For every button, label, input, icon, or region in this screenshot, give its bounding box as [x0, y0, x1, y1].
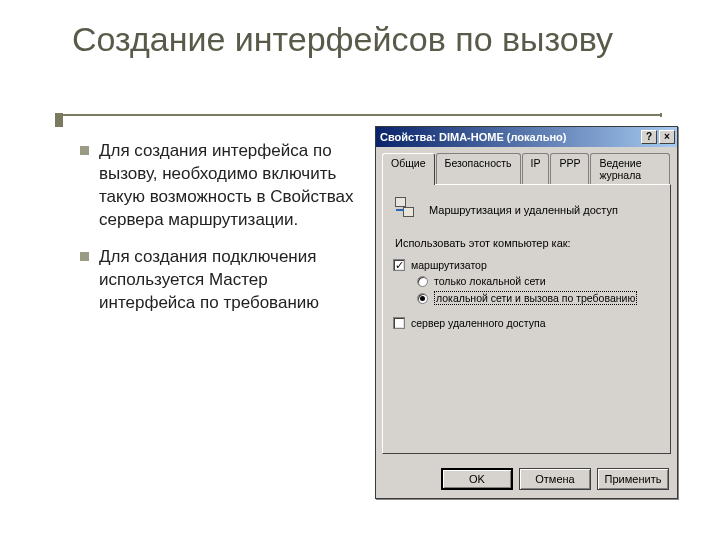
dialog-titlebar[interactable]: Свойства: DIMA-HOME (локально) ? ×	[376, 127, 677, 147]
router-checkbox-label: маршрутизатор	[411, 259, 487, 271]
radio-lan-only-label: только локальной сети	[434, 275, 546, 287]
tab-ip[interactable]: IP	[522, 153, 550, 184]
tab-ppp[interactable]: PPP	[550, 153, 589, 184]
bullet-item: Для создания интерфейса по вызову, необх…	[80, 140, 360, 232]
radio-lan-dial-row: локальной сети и вызова по требованию	[417, 291, 660, 305]
dialog-buttons: OK Отмена Применить	[376, 460, 677, 498]
radio-lan-dial[interactable]	[417, 293, 428, 304]
apply-button[interactable]: Применить	[597, 468, 669, 490]
help-button[interactable]: ?	[641, 130, 657, 144]
router-checkbox-row: ✓ маршрутизатор	[393, 259, 660, 271]
routing-icon	[393, 197, 419, 223]
router-checkbox[interactable]: ✓	[393, 259, 405, 271]
remote-access-checkbox[interactable]	[393, 317, 405, 329]
use-as-label: Использовать этот компьютер как:	[395, 237, 660, 249]
radio-lan-only-row: только локальной сети	[417, 275, 660, 287]
radio-lan-only[interactable]	[417, 276, 428, 287]
panel-title: Маршрутизация и удаленный доступ	[429, 204, 618, 216]
bullet-text: Для создания подключения используется Ма…	[99, 246, 360, 315]
ok-button[interactable]: OK	[441, 468, 513, 490]
decor-underline	[55, 114, 660, 116]
cancel-button[interactable]: Отмена	[519, 468, 591, 490]
bullet-icon	[80, 146, 89, 155]
tab-panel-general: Маршрутизация и удаленный доступ Использ…	[382, 184, 671, 454]
close-button[interactable]: ×	[659, 130, 675, 144]
dialog-title: Свойства: DIMA-HOME (локально)	[380, 131, 639, 143]
panel-header: Маршрутизация и удаленный доступ	[393, 197, 660, 223]
remote-access-label: сервер удаленного доступа	[411, 317, 546, 329]
properties-dialog: Свойства: DIMA-HOME (локально) ? × Общие…	[375, 126, 678, 499]
slide-title: Создание интерфейсов по вызову	[72, 18, 632, 61]
remote-access-row: сервер удаленного доступа	[393, 317, 660, 329]
router-mode-group: только локальной сети локальной сети и в…	[417, 275, 660, 305]
radio-lan-dial-label: локальной сети и вызова по требованию	[434, 291, 637, 305]
tab-general[interactable]: Общие	[382, 153, 435, 185]
bullet-list: Для создания интерфейса по вызову, необх…	[80, 140, 360, 329]
decor-tick-right	[660, 113, 662, 117]
tab-security[interactable]: Безопасность	[436, 153, 521, 184]
tab-strip: Общие Безопасность IP PPP Ведение журнал…	[376, 147, 677, 184]
tab-logging[interactable]: Ведение журнала	[590, 153, 670, 184]
bullet-text: Для создания интерфейса по вызову, необх…	[99, 140, 360, 232]
bullet-item: Для создания подключения используется Ма…	[80, 246, 360, 315]
bullet-icon	[80, 252, 89, 261]
